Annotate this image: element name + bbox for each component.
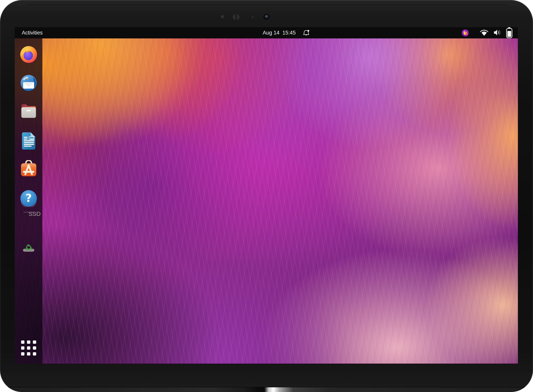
battery-icon bbox=[505, 27, 513, 39]
help-question-icon: ? bbox=[20, 205, 37, 208]
volume-icon bbox=[493, 29, 501, 37]
device-mockup: Activities Aug 14 15:45 bbox=[0, 0, 533, 392]
ubuntu-software-icon bbox=[19, 176, 38, 179]
dock: ? SSD bbox=[15, 38, 42, 364]
dock-item-firefox[interactable] bbox=[20, 46, 37, 64]
show-applications-button[interactable] bbox=[21, 341, 36, 355]
desktop-wallpaper bbox=[15, 38, 518, 364]
screen: Activities Aug 14 15:45 bbox=[15, 27, 518, 364]
firefox-icon bbox=[20, 61, 37, 64]
libreoffice-writer-icon bbox=[21, 148, 36, 151]
top-bar: Activities Aug 14 15:45 bbox=[15, 27, 518, 38]
svg-text:?: ? bbox=[25, 191, 32, 204]
recycle-icon bbox=[24, 243, 33, 252]
sensor-dot-icon bbox=[221, 15, 224, 19]
app-grid-icon bbox=[21, 341, 36, 355]
clock-menu[interactable]: Aug 14 15:45 bbox=[263, 27, 310, 38]
thunderbird-icon bbox=[20, 89, 37, 92]
files-folder-icon bbox=[20, 116, 37, 119]
dock-item-software[interactable] bbox=[19, 160, 38, 179]
flame-indicator-icon bbox=[462, 29, 469, 37]
clock-date: Aug 14 bbox=[263, 30, 280, 36]
mic-dot-icon bbox=[252, 16, 253, 18]
bottom-edge bbox=[0, 387, 533, 392]
clock-time: 15:45 bbox=[282, 30, 296, 36]
activities-button[interactable]: Activities bbox=[22, 27, 43, 38]
ir-sensor-icon bbox=[233, 14, 239, 20]
tablet-frame: Activities Aug 14 15:45 bbox=[0, 0, 533, 392]
dock-item-writer[interactable] bbox=[21, 132, 36, 151]
dock-item-help[interactable]: ? bbox=[20, 190, 37, 208]
dock-item-thunderbird[interactable] bbox=[20, 75, 37, 92]
dock-item-files[interactable] bbox=[20, 102, 37, 119]
frame-seam bbox=[28, 5, 505, 5]
system-tray[interactable] bbox=[462, 27, 513, 38]
wifi-icon bbox=[480, 29, 489, 37]
notification-bell-icon bbox=[302, 29, 310, 37]
camera-lens-icon bbox=[263, 14, 270, 20]
